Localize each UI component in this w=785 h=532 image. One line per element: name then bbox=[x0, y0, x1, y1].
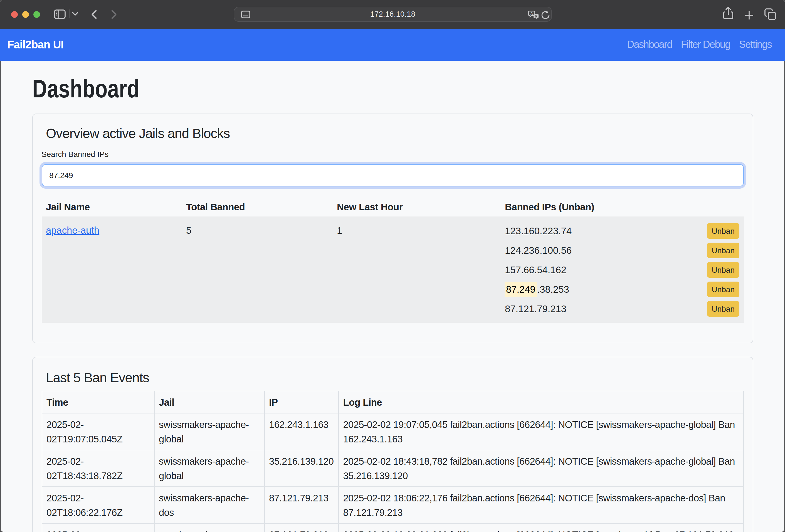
svg-text:A: A bbox=[530, 11, 533, 16]
